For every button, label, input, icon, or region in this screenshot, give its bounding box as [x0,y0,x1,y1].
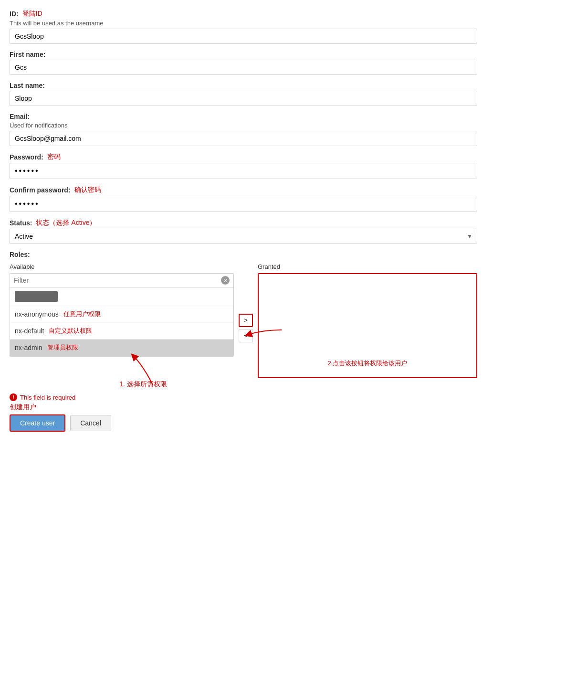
chevron-right-icon: > [244,317,248,324]
password-annotation-text: 密码 [47,153,61,161]
confirm-password-field-group: Confirm password: 确认密码 [10,186,477,212]
role-annotation: 自定义默认权限 [49,327,92,335]
email-field-group: Email: Used for notifications [10,113,477,146]
error-icon: ! [10,393,17,401]
available-panel: ✕ nx-anonymous 任意用户权限 nx-default 自定义默认权限 [10,273,234,357]
granted-panel[interactable]: 2.点击该按钮将权限给该用户 [258,273,477,378]
id-label-text: ID: [10,10,19,18]
roles-list: nx-anonymous 任意用户权限 nx-default 自定义默认权限 n… [10,287,233,356]
status-field-group: Status: 状态（选择 Active） Active Disabled ▼ [10,219,477,244]
transfer-left-button[interactable]: < [239,329,253,342]
roles-field-group: Roles: Available ✕ nx-anonymous [10,251,477,432]
transfer-right-button[interactable]: > [239,314,253,327]
list-item[interactable]: nx-anonymous 任意用户权限 [10,306,233,323]
list-item[interactable]: nx-default 自定义默认权限 [10,323,233,339]
confirm-annotation-text: 确认密码 [74,186,101,194]
transfer-buttons: > < [234,314,258,342]
list-item[interactable]: nx-admin 管理员权限 [10,339,233,356]
email-hint-text: Used for notifications [10,122,477,129]
password-field-group: Password: 密码 [10,153,477,179]
confirm-label-text: Confirm password: [10,186,71,194]
status-label: Status: 状态（选择 Active） [10,219,477,227]
granted-column: Granted 2.点击该按钮将权限给该用户 [258,263,477,378]
firstname-input[interactable] [10,60,477,75]
status-label-text: Status: [10,219,32,227]
email-input[interactable] [10,131,477,146]
password-label-text: Password: [10,153,43,161]
confirm-label: Confirm password: 确认密码 [10,186,477,194]
cancel-button[interactable]: Cancel [70,415,111,431]
status-annotation-text: 状态（选择 Active） [36,219,96,227]
grant-annotation-text: 2.点击该按钮将权限给该用户 [270,359,465,368]
list-item[interactable] [10,287,233,306]
role-icon [15,291,58,302]
chevron-left-icon: < [244,332,248,339]
password-input[interactable] [10,163,477,179]
role-name: nx-admin [15,344,42,351]
roles-label: Roles: [10,251,477,258]
status-select-wrapper: Active Disabled ▼ [10,229,477,244]
create-user-label: 创建用户 [10,403,477,412]
firstname-field-group: First name: [10,51,477,75]
lastname-label: Last name: [10,82,477,89]
select-annotation-text: 1. 选择所需权限 [119,380,167,388]
email-label: Email: [10,113,477,120]
available-column: Available ✕ nx-anonymous 任意用户权限 [10,263,234,357]
password-label: Password: 密码 [10,153,477,161]
id-label: ID: 登陆ID [10,10,477,18]
create-user-button[interactable]: Create user [10,414,65,432]
status-select[interactable]: Active Disabled [10,229,477,244]
firstname-label: First name: [10,51,477,58]
annotation-select-container: 1. 选择所需权限 [10,380,477,389]
granted-label: Granted [258,263,477,270]
error-row: ! This field is required [10,393,477,401]
filter-clear-button[interactable]: ✕ [221,276,230,285]
filter-input[interactable] [14,276,221,284]
id-hint-text: This will be used as the username [10,20,477,27]
role-name: nx-default [15,327,44,335]
available-label: Available [10,263,234,270]
create-user-form: ID: 登陆ID This will be used as the userna… [10,10,477,432]
error-text: This field is required [20,394,75,401]
id-field-group: ID: 登陆ID This will be used as the userna… [10,10,477,44]
id-annotation-text: 登陆ID [22,10,42,18]
button-row: Create user Cancel [10,414,477,432]
role-annotation: 任意用户权限 [63,310,101,318]
lastname-input[interactable] [10,91,477,106]
role-annotation: 管理员权限 [47,343,78,352]
lastname-field-group: Last name: [10,82,477,106]
id-input[interactable] [10,29,477,44]
filter-bar: ✕ [10,274,233,287]
confirm-password-input[interactable] [10,196,477,212]
role-name: nx-anonymous [15,310,59,318]
